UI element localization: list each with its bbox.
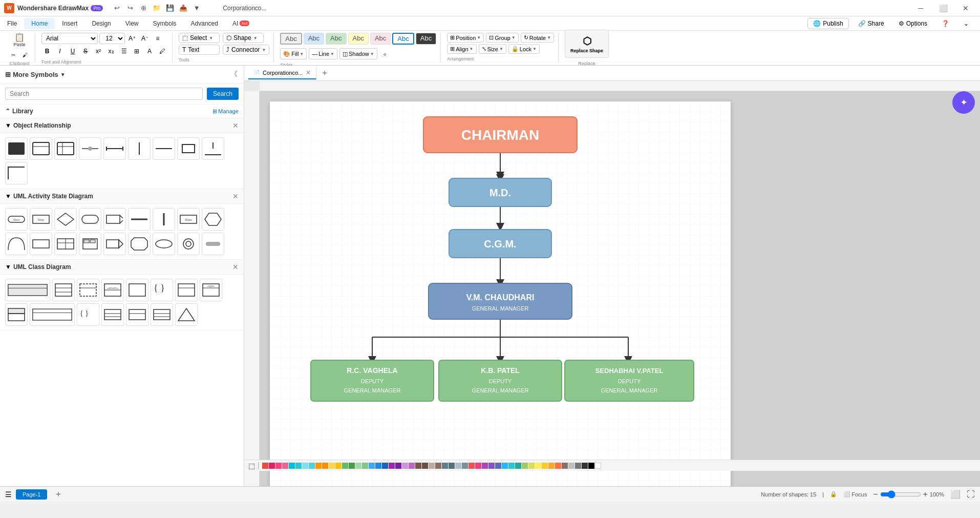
- menu-home[interactable]: Home: [24, 18, 55, 29]
- color-swatch[interactable]: [422, 463, 428, 469]
- style-abc-1[interactable]: Abc: [280, 33, 302, 45]
- position-dropdown[interactable]: ⊞Position▼: [447, 33, 484, 43]
- search-input[interactable]: [5, 88, 203, 100]
- options-btn[interactable]: ⚙ Options: [893, 18, 932, 29]
- undo-btn[interactable]: ↩: [111, 3, 122, 14]
- publish-btn[interactable]: 🌐 Publish: [807, 18, 848, 29]
- shape-item[interactable]: { }: [151, 279, 173, 301]
- redo-btn[interactable]: ↪: [124, 3, 136, 14]
- search-button[interactable]: Search: [207, 88, 239, 100]
- shape-item[interactable]: [5, 279, 50, 301]
- menu-advanced[interactable]: Advanced: [184, 18, 225, 29]
- new-btn[interactable]: ⊕: [138, 3, 149, 14]
- color-swatch[interactable]: [522, 463, 528, 469]
- color-swatch[interactable]: [295, 463, 302, 469]
- font-family-select[interactable]: Arial: [41, 33, 98, 44]
- shape-item[interactable]: [126, 279, 148, 301]
- fullscreen-btn[interactable]: ⛶: [967, 490, 975, 499]
- minimize-btn[interactable]: ─: [910, 1, 931, 15]
- color-swatch[interactable]: [275, 463, 282, 469]
- color-swatch[interactable]: [429, 463, 435, 469]
- bullet-btn[interactable]: ☰: [118, 46, 130, 57]
- bold-btn[interactable]: B: [41, 46, 53, 57]
- rotate-dropdown[interactable]: ↻Rotate▼: [521, 33, 554, 43]
- color-swatch[interactable]: [415, 463, 421, 469]
- color-swatch[interactable]: [315, 463, 322, 469]
- color-swatch[interactable]: [435, 463, 441, 469]
- share-btn[interactable]: 🔗 Share: [853, 18, 889, 29]
- shape-item[interactable]: [153, 233, 175, 255]
- increase-font-btn[interactable]: A⁺: [126, 33, 138, 44]
- color-swatch[interactable]: [335, 463, 342, 469]
- shape-item[interactable]: [151, 303, 173, 326]
- page-tab-1[interactable]: Page-1: [16, 489, 47, 500]
- shape-item[interactable]: [128, 208, 151, 231]
- shape-item[interactable]: [177, 137, 200, 160]
- shape-item[interactable]: [202, 208, 224, 231]
- font-color-btn[interactable]: A: [144, 46, 155, 57]
- color-swatch[interactable]: [349, 463, 355, 469]
- color-swatch[interactable]: [382, 463, 388, 469]
- shape-item[interactable]: [54, 233, 77, 255]
- section-close-3[interactable]: ✕: [232, 263, 239, 271]
- shadow-dropdown[interactable]: ◫Shadow▼: [339, 48, 377, 59]
- shape-item[interactable]: [128, 137, 151, 160]
- shape-item[interactable]: [103, 233, 126, 255]
- menu-insert[interactable]: Insert: [55, 18, 84, 29]
- save-btn[interactable]: 💾: [164, 3, 176, 14]
- subscript-btn[interactable]: x₂: [105, 46, 117, 57]
- ai-assistant-btn[interactable]: ✦: [952, 91, 975, 114]
- color-swatch[interactable]: [528, 463, 535, 469]
- line-dropdown[interactable]: —Line▼: [309, 48, 337, 59]
- paste-btn[interactable]: 📋 Paste: [10, 30, 29, 50]
- color-swatch[interactable]: [462, 463, 468, 469]
- menu-design[interactable]: Design: [84, 18, 118, 29]
- color-swatch[interactable]: [582, 463, 588, 469]
- uml-activity-header[interactable]: ▼ UML Activity State Diagram ✕: [0, 189, 244, 204]
- color-swatch[interactable]: [322, 463, 328, 469]
- color-swatch[interactable]: [402, 463, 408, 469]
- underline-btn[interactable]: U: [67, 46, 78, 57]
- focus-btn[interactable]: ⬜ Focus: [843, 491, 867, 498]
- canvas-white[interactable]: CHAIRMAN M.D. C.G.M. V.M. CHAUDHARI GENE…: [270, 101, 731, 486]
- color-swatch[interactable]: [568, 463, 574, 469]
- help-btn[interactable]: ❓: [936, 18, 954, 29]
- palette-picker-icon[interactable]: ⬚: [248, 462, 255, 470]
- manage-btn[interactable]: ⊞ Manage: [212, 108, 239, 115]
- menu-file[interactable]: File: [0, 18, 24, 29]
- shape-item[interactable]: [153, 137, 175, 160]
- style-abc-2[interactable]: Abc: [304, 33, 324, 45]
- shape-item[interactable]: Start: [5, 208, 28, 231]
- color-swatch[interactable]: [449, 463, 455, 469]
- shape-item[interactable]: [128, 233, 151, 255]
- color-swatch[interactable]: [548, 463, 555, 469]
- color-swatch[interactable]: [515, 463, 521, 469]
- shape-item[interactable]: [30, 233, 52, 255]
- color-swatch[interactable]: [395, 463, 401, 469]
- color-swatch[interactable]: [488, 463, 495, 469]
- color-swatch[interactable]: [355, 463, 361, 469]
- zoom-slider[interactable]: [880, 490, 921, 499]
- shape-item[interactable]: [54, 137, 77, 160]
- shape-item[interactable]: State: [177, 208, 200, 231]
- shape-item[interactable]: [30, 137, 52, 160]
- canvas-content[interactable]: CHAIRMAN M.D. C.G.M. V.M. CHAUDHARI GENE…: [260, 91, 980, 486]
- shape-item[interactable]: [126, 303, 148, 326]
- shape-item[interactable]: [177, 233, 200, 255]
- shape-item[interactable]: [54, 208, 77, 231]
- menu-ai[interactable]: AI hot: [225, 18, 257, 29]
- canvas-tab-1[interactable]: 📄 Corporationco... ✕: [248, 67, 316, 79]
- color-swatch[interactable]: [495, 463, 501, 469]
- font-size-select[interactable]: 12: [99, 33, 125, 44]
- color-swatch[interactable]: [555, 463, 561, 469]
- strikethrough-btn[interactable]: S: [80, 46, 91, 57]
- color-swatch[interactable]: [562, 463, 568, 469]
- style-expand-btn[interactable]: ⬦: [379, 48, 391, 59]
- zoom-out-btn[interactable]: −: [873, 490, 878, 499]
- color-swatch[interactable]: [475, 463, 481, 469]
- shape-item[interactable]: [202, 233, 224, 255]
- menu-symbols[interactable]: Symbols: [146, 18, 184, 29]
- style-abc-3[interactable]: Abc: [326, 33, 346, 45]
- color-swatch[interactable]: [289, 463, 295, 469]
- shape-item[interactable]: [202, 137, 224, 160]
